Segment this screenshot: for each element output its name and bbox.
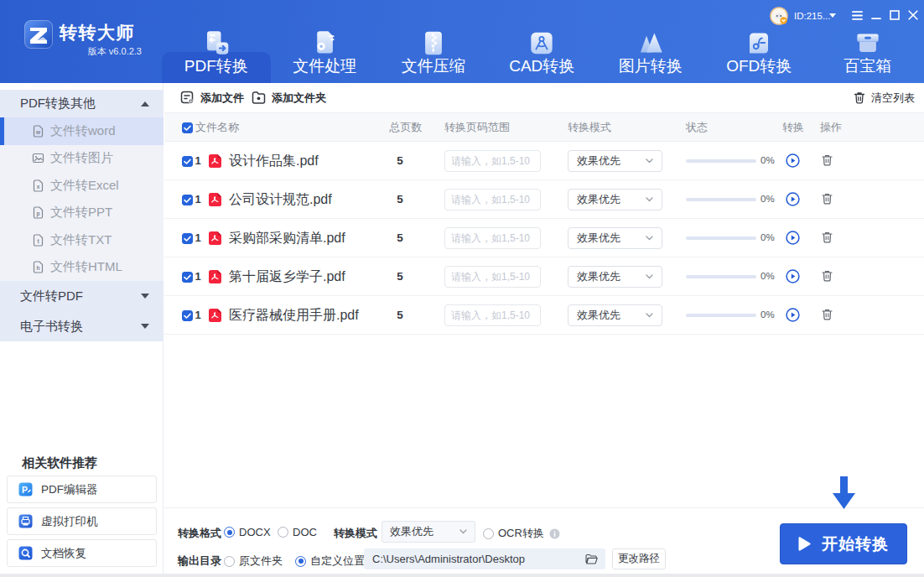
promo-item-pdf-editor[interactable]: P PDF编辑器	[7, 476, 157, 503]
start-convert-button[interactable]: 开始转换	[780, 523, 907, 564]
hint-down-arrow-icon	[833, 476, 855, 509]
convert-play-button[interactable]	[786, 231, 800, 245]
sidebar-section-ebook-convert[interactable]: 电子书转换	[0, 311, 164, 341]
sidebar-item-label: 文件转图片	[50, 150, 113, 166]
sidebar-section-file-to-pdf[interactable]: 文件转PDF	[0, 281, 164, 311]
sidebar-item-label: 文件转PPT	[50, 205, 112, 221]
title-bar: 转转大师 版本 v6.0.2.3 PDF转换	[0, 0, 924, 83]
row-checkbox[interactable]	[182, 310, 193, 321]
radio-unselected-icon[interactable]	[483, 528, 494, 539]
nav-tab-label: 文件压缩	[379, 55, 488, 77]
promo-item-label: PDF编辑器	[41, 482, 98, 497]
radio-unselected-icon[interactable]	[278, 527, 288, 538]
convert-play-button[interactable]	[786, 192, 800, 206]
doc-excel-icon: x	[32, 179, 44, 192]
user-id-label[interactable]: ID:215...	[794, 10, 830, 22]
minimize-icon[interactable]	[867, 0, 885, 30]
delete-row-button[interactable]	[822, 270, 833, 282]
nav-tab-cad-convert[interactable]: CAD转换	[488, 0, 597, 83]
sidebar-item-file-to-html[interactable]: h 文件转HTML	[0, 254, 164, 282]
maximize-icon[interactable]	[885, 0, 904, 30]
format-label-text: 转换格式	[178, 526, 221, 541]
page-range-input[interactable]	[444, 150, 541, 172]
menu-icon[interactable]	[847, 0, 867, 30]
add-file-button[interactable]: 添加文件	[180, 83, 244, 112]
clear-list-button[interactable]: 清空列表	[854, 83, 915, 112]
ocr-label: OCR转换	[498, 526, 544, 541]
progress-percent: 0%	[760, 142, 786, 179]
ocr-option[interactable]: OCR转换	[483, 526, 560, 541]
promo-item-doc-recovery[interactable]: 文档恢复	[7, 539, 157, 567]
sidebar-item-file-to-txt[interactable]: t 文件转TXT	[0, 226, 164, 254]
mode-select[interactable]: 效果优先	[568, 189, 662, 211]
convert-play-button[interactable]	[786, 308, 800, 322]
format-option-docx[interactable]: DOCX	[224, 526, 271, 538]
page-range-input[interactable]	[444, 304, 541, 326]
radio-selected-icon[interactable]	[224, 527, 235, 538]
add-file-label: 添加文件	[200, 91, 244, 106]
main-panel: 添加文件 添加文件夹 清空列表 文件名称 总页数 转换页码范围 转换模式 状态 …	[164, 83, 924, 574]
row-checkbox[interactable]	[182, 195, 193, 205]
folder-open-icon[interactable]	[585, 554, 598, 564]
start-convert-label: 开始转换	[822, 533, 889, 555]
change-path-button[interactable]: 更改路径	[612, 548, 666, 569]
nav-tab-label: 图片转换	[596, 55, 705, 77]
format-option-doc[interactable]: DOC	[278, 526, 317, 538]
promo-title: 相关软件推荐	[22, 455, 97, 471]
app-logo-icon	[24, 20, 53, 49]
progress-bar	[686, 314, 756, 317]
page-range-input[interactable]	[444, 227, 541, 249]
mode-value: 效果优先	[577, 269, 620, 284]
radio-unselected-icon[interactable]	[224, 556, 235, 567]
user-avatar[interactable]	[770, 7, 788, 25]
mode-select[interactable]: 效果优先	[568, 150, 662, 172]
cad-convert-icon	[528, 29, 556, 57]
select-all-checkbox[interactable]	[182, 122, 193, 133]
nav-tab-pdf-convert[interactable]: PDF转换	[162, 0, 271, 83]
radio-selected-icon[interactable]	[295, 556, 306, 567]
output-option-original-folder[interactable]: 原文件夹	[224, 554, 283, 569]
nav-tab-file-compress[interactable]: 文件压缩	[379, 0, 488, 83]
row-index: 1	[193, 296, 203, 334]
mode-value: 效果优先	[577, 308, 620, 323]
output-option-custom-location[interactable]: 自定义位置	[295, 554, 365, 569]
output-option-label: 原文件夹	[239, 554, 283, 569]
progress-percent: 0%	[760, 180, 786, 218]
sidebar-section-pdf-convert-other[interactable]: PDF转换其他	[0, 90, 164, 117]
promo-item-virtual-printer[interactable]: 虚拟打印机	[7, 507, 157, 535]
sidebar-item-file-to-word[interactable]: w 文件转word	[0, 117, 164, 145]
delete-row-button[interactable]	[822, 231, 833, 243]
mode-select[interactable]: 效果优先	[568, 266, 662, 288]
nav-tab-label: 百宝箱	[813, 55, 922, 77]
mode-dropdown[interactable]: 效果优先	[382, 521, 475, 543]
delete-row-button[interactable]	[822, 154, 833, 166]
convert-play-button[interactable]	[786, 269, 800, 283]
delete-row-button[interactable]	[822, 193, 833, 205]
row-checkbox[interactable]	[182, 233, 193, 244]
file-name: 设计作品集.pdf	[229, 142, 319, 179]
close-icon[interactable]	[904, 0, 922, 30]
pdf-file-icon	[209, 270, 221, 283]
page-range-input[interactable]	[444, 189, 541, 211]
info-icon[interactable]	[549, 528, 560, 539]
chevron-down-icon	[646, 197, 653, 202]
delete-row-button[interactable]	[822, 309, 833, 320]
pdf-editor-icon: P	[18, 482, 33, 496]
nav-tab-file-process[interactable]: 文件处理	[271, 0, 380, 83]
mode-select[interactable]: 效果优先	[568, 227, 662, 249]
page-range-input[interactable]	[444, 266, 541, 288]
row-checkbox[interactable]	[182, 272, 193, 283]
page-count: 5	[385, 296, 415, 334]
sidebar-item-file-to-image[interactable]: 文件转图片	[0, 145, 164, 173]
sidebar-item-file-to-ppt[interactable]: p 文件转PPT	[0, 200, 164, 227]
output-path-input[interactable]	[372, 553, 585, 565]
add-folder-button[interactable]: 添加文件夹	[252, 83, 326, 112]
row-checkbox[interactable]	[182, 156, 193, 167]
sidebar-item-file-to-excel[interactable]: x 文件转Excel	[0, 172, 164, 200]
mode-select[interactable]: 效果优先	[568, 304, 662, 326]
convert-play-button[interactable]	[786, 153, 800, 168]
progress-bar	[686, 159, 756, 163]
nav-tab-image-convert[interactable]: 图片转换	[596, 0, 705, 83]
svg-text:p: p	[37, 211, 40, 217]
user-dropdown-caret-icon[interactable]	[829, 13, 836, 18]
